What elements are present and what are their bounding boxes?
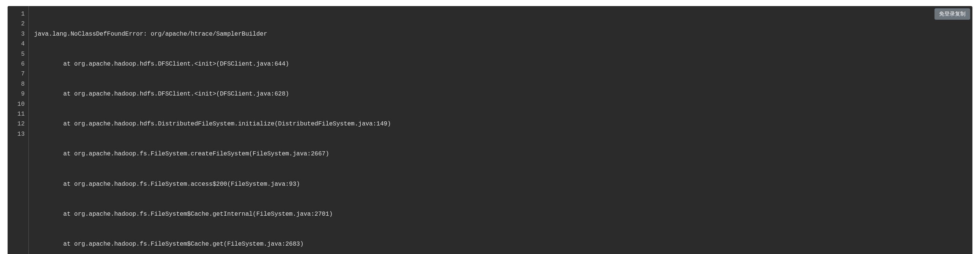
code-line: java.lang.NoClassDefFoundError: org/apac… (34, 29, 967, 39)
line-number: 12 (13, 119, 25, 129)
line-number: 3 (13, 29, 25, 39)
line-number-gutter: 1 2 3 4 5 6 7 8 9 10 11 12 13 (8, 6, 29, 254)
line-number: 4 (13, 39, 25, 49)
line-number: 9 (13, 89, 25, 99)
code-line: at org.apache.hadoop.fs.FileSystem.creat… (34, 149, 967, 159)
code-line: at org.apache.hadoop.fs.FileSystem$Cache… (34, 209, 967, 219)
line-number: 11 (13, 109, 25, 119)
code-line: at org.apache.hadoop.hdfs.DistributedFil… (34, 119, 967, 129)
line-number: 2 (13, 19, 25, 29)
line-number: 5 (13, 49, 25, 59)
copy-button[interactable]: 免登录复制 (934, 8, 970, 20)
line-number: 7 (13, 69, 25, 79)
line-number: 8 (13, 79, 25, 89)
code-line: at org.apache.hadoop.fs.FileSystem.acces… (34, 179, 967, 189)
line-number: 1 (13, 9, 25, 19)
code-block: 1 2 3 4 5 6 7 8 9 10 11 12 13 java.lang.… (8, 6, 972, 254)
line-number: 13 (13, 129, 25, 139)
code-content[interactable]: java.lang.NoClassDefFoundError: org/apac… (29, 6, 972, 254)
code-line: at org.apache.hadoop.fs.FileSystem$Cache… (34, 239, 967, 249)
code-line: at org.apache.hadoop.hdfs.DFSClient.<ini… (34, 59, 967, 69)
line-number: 10 (13, 99, 25, 109)
line-number: 6 (13, 59, 25, 69)
code-line: at org.apache.hadoop.hdfs.DFSClient.<ini… (34, 89, 967, 99)
